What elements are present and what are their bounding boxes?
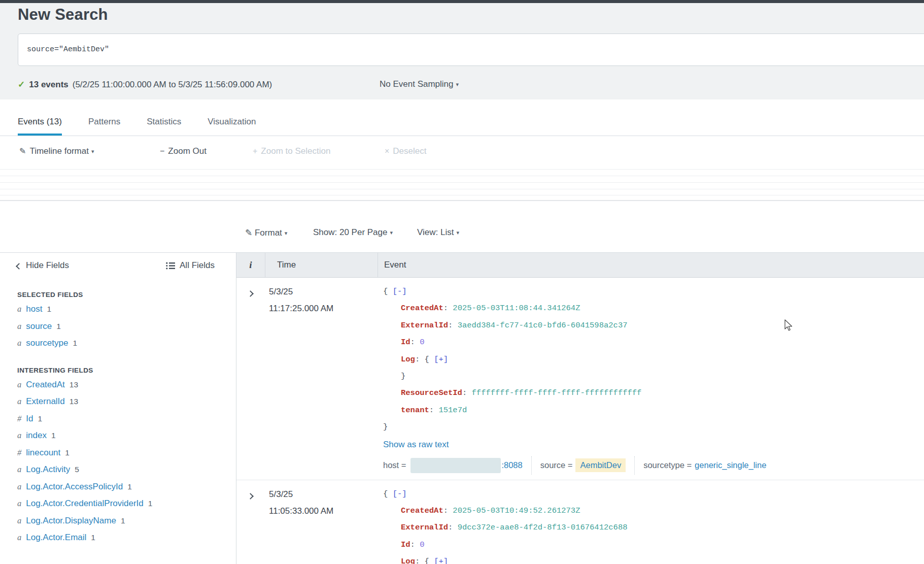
- field-item-log-activity[interactable]: aLog.Activity5: [0, 461, 236, 478]
- expand-json-button[interactable]: [+]: [434, 355, 448, 364]
- tab-statistics[interactable]: Statistics: [147, 117, 181, 136]
- collapse-json-button[interactable]: [-]: [393, 489, 407, 499]
- host-label: host =: [383, 460, 406, 470]
- event-clock: 11:05:33.000 AM: [269, 503, 375, 519]
- meta-divider: [531, 456, 532, 475]
- tab-events[interactable]: Events (13): [18, 117, 62, 136]
- field-item-sourcetype[interactable]: asourcetype1: [0, 335, 236, 352]
- event-time: 5/3/25 11:17:25.000 AM: [269, 283, 375, 317]
- chevron-left-icon: [16, 263, 22, 270]
- field-item-index[interactable]: aindex1: [0, 427, 236, 444]
- source-label: source =: [540, 460, 573, 470]
- interesting-fields-header: INTERESTING FIELDS: [17, 367, 236, 374]
- expand-event-button[interactable]: [248, 491, 253, 501]
- tab-patterns[interactable]: Patterns: [88, 117, 120, 136]
- timeline-toolbar: ✎Timeline format▾ −Zoom Out +Zoom to Sel…: [0, 136, 924, 169]
- per-page-dropdown[interactable]: Show: 20 Per Page▾: [313, 227, 393, 238]
- selected-fields-header: SELECTED FIELDS: [17, 291, 236, 298]
- event-time: 5/3/25 11:05:33.000 AM: [269, 486, 375, 520]
- expand-event-button[interactable]: [248, 289, 253, 298]
- list-toolbar: ✎ Format▾ Show: 20 Per Page▾ View: List▾: [0, 227, 924, 245]
- field-item-createdat[interactable]: aCreatedAt13: [0, 376, 236, 393]
- field-item-log-actor-accesspolicyid[interactable]: aLog.Actor.AccessPolicyId1: [0, 478, 236, 495]
- event-sampling-label: No Event Sampling: [380, 79, 454, 89]
- caret-down-icon: ▾: [390, 229, 393, 236]
- sourcetype-value[interactable]: generic_single_line: [695, 460, 766, 470]
- info-icon: i: [249, 259, 252, 271]
- results-bar: ✓ 13 events (5/2/25 11:00:00.000 AM to 5…: [18, 79, 272, 90]
- field-item-log-actor-displayname[interactable]: aLog.Actor.DisplayName1: [0, 512, 236, 529]
- time-column-header: Time: [265, 253, 378, 277]
- field-type-icon: a: [17, 482, 21, 491]
- field-type-icon: a: [17, 430, 21, 440]
- search-input[interactable]: source="AembitDev": [18, 34, 924, 66]
- caret-down-icon: ▾: [456, 81, 459, 87]
- field-item-log-actor-credentialproviderid[interactable]: aLog.Actor.CredentialProviderId1: [0, 495, 236, 512]
- events-table-header: i Time Event: [236, 252, 924, 278]
- search-header-band: New Search source="AembitDev" ✓ 13 event…: [0, 3, 924, 99]
- host-value-redacted[interactable]: [410, 458, 501, 473]
- field-item-id[interactable]: #Id1: [0, 410, 236, 427]
- view-dropdown[interactable]: View: List▾: [417, 227, 459, 238]
- events-table: i Time Event 5/3/25 11:17:25.000 AM { [-…: [236, 252, 924, 564]
- splunk-search-page: New Search source="AembitDev" ✓ 13 event…: [0, 0, 924, 564]
- list-icon: [166, 262, 175, 270]
- event-meta-row: host = :8088 source = AembitDev sourcety…: [383, 456, 924, 475]
- zoom-to-selection-button[interactable]: +Zoom to Selection: [253, 146, 330, 156]
- results-count: 13 events: [29, 80, 69, 90]
- plus-icon: +: [253, 147, 257, 155]
- fields-sidebar: Hide Fields All Fields SELECTED FIELDS a…: [0, 252, 236, 564]
- event-sampling-dropdown[interactable]: No Event Sampling▾: [380, 79, 459, 89]
- results-tabs: Events (13) Patterns Statistics Visualiz…: [0, 99, 924, 136]
- field-type-icon: a: [17, 499, 21, 508]
- check-icon: ✓: [18, 79, 25, 90]
- event-column-header: Event: [378, 253, 924, 277]
- all-fields-button[interactable]: All Fields: [166, 260, 215, 271]
- field-type-icon: a: [17, 304, 21, 314]
- field-item-linecount[interactable]: #linecount1: [0, 444, 236, 461]
- info-column-header: i: [236, 253, 265, 277]
- field-type-icon: a: [17, 516, 21, 525]
- field-type-icon: a: [17, 321, 21, 331]
- field-type-icon: #: [17, 414, 21, 423]
- pencil-icon: ✎: [19, 147, 26, 155]
- fields-sidebar-header: Hide Fields All Fields: [0, 253, 236, 271]
- caret-down-icon: ▾: [456, 229, 459, 236]
- field-item-source[interactable]: asource1: [0, 318, 236, 335]
- sourcetype-label: sourcetype =: [643, 460, 692, 470]
- field-type-icon: a: [17, 338, 21, 348]
- tab-visualization[interactable]: Visualization: [208, 117, 256, 136]
- field-item-externalid[interactable]: aExternalId13: [0, 393, 236, 410]
- meta-divider: [634, 456, 635, 475]
- source-value[interactable]: AembitDev: [575, 458, 626, 472]
- expand-json-button[interactable]: [+]: [434, 557, 448, 564]
- event-row: 5/3/25 11:17:25.000 AM { [-] CreatedAt20…: [236, 278, 924, 480]
- event-clock: 11:17:25.000 AM: [269, 300, 375, 317]
- hide-fields-button[interactable]: Hide Fields: [17, 260, 69, 271]
- search-query-text[interactable]: source="AembitDev": [27, 45, 109, 54]
- show-raw-text-link[interactable]: Show as raw text: [383, 436, 449, 453]
- event-json: { [-] CreatedAt2025-05-03T11:08:44.34126…: [378, 283, 924, 475]
- host-port[interactable]: :8088: [501, 460, 522, 470]
- field-type-icon: a: [17, 380, 21, 389]
- minus-icon: −: [160, 147, 164, 155]
- collapse-json-button[interactable]: [-]: [393, 287, 407, 296]
- caret-down-icon: ▾: [91, 148, 94, 154]
- field-type-icon: #: [17, 448, 21, 457]
- timeline-format-dropdown[interactable]: ✎Timeline format▾: [19, 146, 94, 156]
- field-type-icon: a: [17, 396, 21, 406]
- page-title: New Search: [18, 6, 108, 24]
- pencil-icon: ✎: [245, 228, 252, 238]
- deselect-button[interactable]: ×Deselect: [385, 146, 426, 156]
- field-item-host[interactable]: ahost1: [0, 301, 236, 318]
- format-dropdown[interactable]: ✎ Format▾: [245, 227, 287, 238]
- zoom-out-button[interactable]: −Zoom Out: [160, 146, 207, 156]
- close-icon: ×: [385, 147, 389, 155]
- field-item-log-actor-email[interactable]: aLog.Actor.Email1: [0, 529, 236, 546]
- event-date: 5/3/25: [269, 283, 375, 300]
- event-date: 5/3/25: [269, 486, 375, 503]
- field-type-icon: a: [17, 533, 21, 542]
- timeline-histogram[interactable]: [0, 169, 924, 203]
- field-type-icon: a: [17, 465, 21, 474]
- caret-down-icon: ▾: [285, 230, 288, 236]
